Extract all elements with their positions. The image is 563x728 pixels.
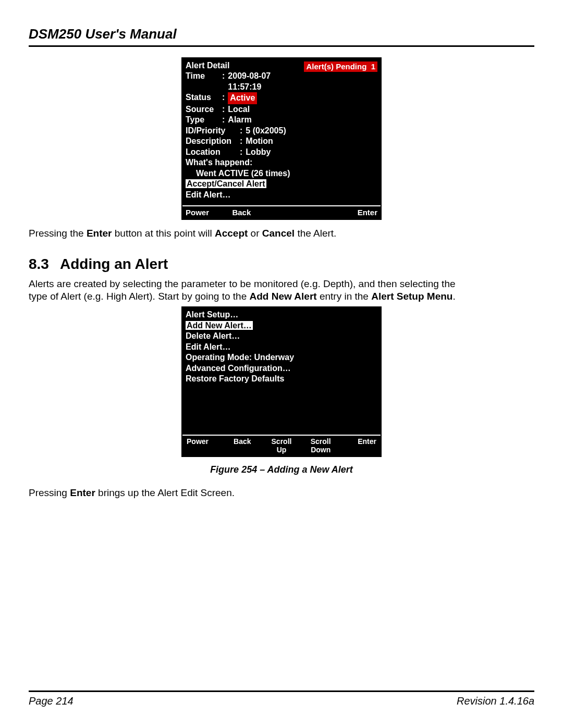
power-button[interactable]: Power <box>183 437 223 454</box>
page-number: Page 214 <box>29 695 74 707</box>
alert-detail-screen: Alert(s) Pending 1 Alert Detail Time : 2… <box>181 57 382 220</box>
section-heading: 8.3Adding an Alert <box>29 256 534 273</box>
field-what-happened-label: What's happend: <box>186 157 377 168</box>
field-id-priority: ID/Priority : 5 (0x2005) <box>186 126 377 136</box>
menu-item[interactable]: Advanced Configuration… <box>186 363 377 374</box>
field-time: Time : 2009-08-07 11:57:19 <box>186 71 304 92</box>
status-active-badge: Active <box>228 92 257 104</box>
revision: Revision 1.4.16a <box>457 695 534 707</box>
paragraph-3: Pressing Enter brings up the Alert Edit … <box>29 487 534 500</box>
back-button[interactable]: Back <box>232 208 251 217</box>
menu-item[interactable]: Delete Alert… <box>186 331 377 341</box>
page-header: DSM250 User's Manual <box>29 26 534 47</box>
edit-alert-item[interactable]: Edit Alert… <box>186 190 377 200</box>
enter-button[interactable]: Enter <box>358 208 377 217</box>
field-what-happened-value: Went ACTIVE (26 times) <box>186 168 377 179</box>
accept-cancel-alert-item[interactable]: Accept/Cancel Alert <box>186 179 266 188</box>
menu-item[interactable]: Restore Factory Defaults <box>186 374 377 384</box>
alert-setup-screen: Alert Setup…Add New Alert…Delete Alert…E… <box>181 306 382 457</box>
button-bar: Power Back Enter <box>182 205 381 219</box>
alerts-pending-badge: Alert(s) Pending 1 <box>304 61 377 72</box>
field-status: Status : Active <box>186 92 377 104</box>
field-location: Location : Lobby <box>186 147 377 157</box>
paragraph-1: Pressing the Enter button at this point … <box>29 227 534 240</box>
menu-item[interactable]: Add New Alert… <box>186 320 377 331</box>
field-type: Type : Alarm <box>186 115 377 125</box>
enter-button[interactable]: Enter <box>340 437 380 454</box>
power-button[interactable]: Power <box>186 208 209 217</box>
scroll-down-button[interactable]: Scroll Down <box>301 437 340 454</box>
field-description: Description : Motion <box>186 136 377 146</box>
menu-item[interactable]: Alert Setup… <box>186 310 377 320</box>
paragraph-2: Alerts are created by selecting the para… <box>29 278 534 303</box>
figure-caption: Figure 254 – Adding a New Alert <box>29 464 534 475</box>
scroll-up-button[interactable]: Scroll Up <box>262 437 301 454</box>
field-source: Source : Local <box>186 104 377 115</box>
menu-item[interactable]: Edit Alert… <box>186 342 377 352</box>
button-bar: Power Back Scroll Up Scroll Down Enter <box>182 435 381 456</box>
back-button[interactable]: Back <box>223 437 262 454</box>
menu-item[interactable]: Operating Mode: Underway <box>186 352 377 363</box>
page-footer: Page 214 Revision 1.4.16a <box>29 690 534 707</box>
